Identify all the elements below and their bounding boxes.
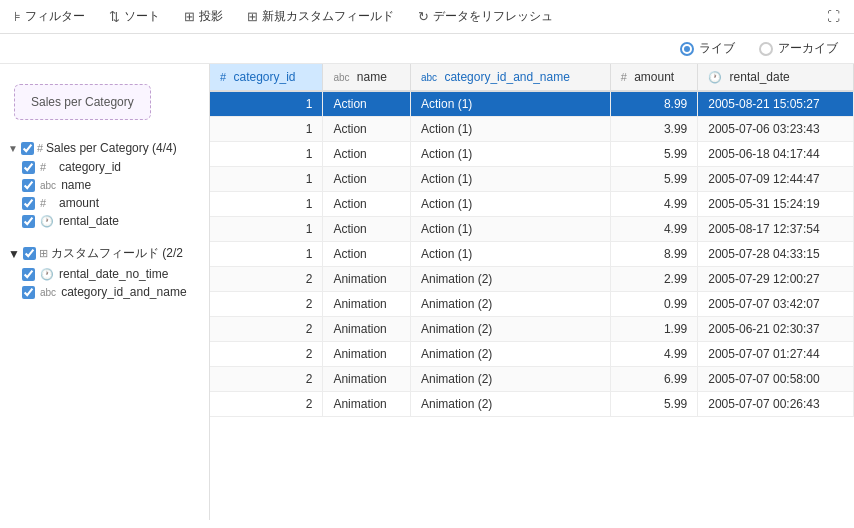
main-area: Sales per Category ▼ # Sales per Categor…: [0, 64, 854, 520]
refresh-label: データをリフレッシュ: [433, 8, 553, 25]
new-custom-field-label: 新規カスタムフィールド: [262, 8, 394, 25]
new-custom-field-button[interactable]: ⊞ 新規カスタムフィールド: [243, 6, 398, 27]
sort-button[interactable]: ⇅ ソート: [105, 6, 164, 27]
field-checkbox-name[interactable]: [22, 179, 35, 192]
table-row[interactable]: 1ActionAction (1)4.992005-05-31 15:24:19: [210, 192, 854, 217]
custom-section-label: カスタムフィールド (2/2: [51, 245, 183, 262]
card-label: Sales per Category: [31, 95, 134, 109]
field-label-name: name: [61, 178, 91, 192]
field-checkbox-category_id[interactable]: [22, 161, 35, 174]
col-header-category_id_and_name[interactable]: abc category_id_and_name: [410, 64, 610, 91]
table-row[interactable]: 2AnimationAnimation (2)2.992005-07-29 12…: [210, 267, 854, 292]
col-label-name: name: [357, 70, 387, 84]
live-label: ライブ: [699, 40, 735, 57]
field-label-amount: amount: [59, 196, 99, 210]
hash-icon: #: [220, 71, 226, 83]
clock-icon: 🕐: [40, 268, 54, 281]
projection-label: 投影: [199, 8, 223, 25]
table-row[interactable]: 1ActionAction (1)4.992005-08-17 12:37:54: [210, 217, 854, 242]
dataset-checkbox[interactable]: [21, 142, 34, 155]
field-category_id_and_name[interactable]: abc category_id_and_name: [0, 283, 209, 301]
sort-label: ソート: [124, 8, 160, 25]
field-label-category_id_and_name: category_id_and_name: [61, 285, 186, 299]
dataset-label: Sales per Category (4/4): [46, 141, 177, 155]
field-category_id[interactable]: # category_id: [0, 158, 209, 176]
data-table: # category_id abc name abc category_id_a…: [210, 64, 854, 417]
table-row[interactable]: 1ActionAction (1)3.992005-07-06 03:23:43: [210, 117, 854, 142]
field-name[interactable]: abc name: [0, 176, 209, 194]
card-box: Sales per Category: [14, 84, 151, 120]
field-amount[interactable]: # amount: [0, 194, 209, 212]
field-checkbox-amount[interactable]: [22, 197, 35, 210]
refresh-icon: ↻: [418, 9, 429, 24]
text-icon: abc: [40, 287, 56, 298]
live-radio[interactable]: ライブ: [680, 40, 735, 57]
col-label-category_id_and_name: category_id_and_name: [444, 70, 569, 84]
custom-section-header[interactable]: ▼ ⊞ カスタムフィールド (2/2: [0, 242, 209, 265]
sidebar: Sales per Category ▼ # Sales per Categor…: [0, 64, 210, 520]
text-icon: abc: [40, 180, 56, 191]
custom-fields-tree: ▼ ⊞ カスタムフィールド (2/2 🕐 rental_date_no_time…: [0, 234, 209, 305]
projection-button[interactable]: ⊞ 投影: [180, 6, 227, 27]
fullscreen-button[interactable]: ⛶: [823, 7, 844, 26]
fullscreen-icon: ⛶: [827, 9, 840, 24]
hash-icon: #: [621, 71, 627, 83]
toolbar-right: ⛶: [823, 7, 844, 26]
chevron-down-icon: ▼: [8, 247, 20, 261]
col-header-amount[interactable]: # amount: [610, 64, 698, 91]
table-row[interactable]: 2AnimationAnimation (2)5.992005-07-07 00…: [210, 392, 854, 417]
sort-icon: ⇅: [109, 9, 120, 24]
custom-fields-grid-icon: ⊞: [39, 247, 48, 260]
text-icon: abc: [421, 72, 437, 83]
table-row[interactable]: 1ActionAction (1)8.992005-07-28 04:33:15: [210, 242, 854, 267]
col-label-amount: amount: [634, 70, 674, 84]
filter-icon: ⊧: [14, 9, 21, 24]
col-header-rental_date[interactable]: 🕐 rental_date: [698, 64, 854, 91]
dataset-tree: ▼ # Sales per Category (4/4) # category_…: [0, 134, 209, 234]
field-checkbox-rental_date_no_time[interactable]: [22, 268, 35, 281]
col-label-category_id: category_id: [233, 70, 295, 84]
filter-label: フィルター: [25, 8, 85, 25]
live-archive-bar: ライブ アーカイブ: [0, 34, 854, 64]
projection-icon: ⊞: [184, 9, 195, 24]
field-label-rental_date: rental_date: [59, 214, 119, 228]
table-row[interactable]: 2AnimationAnimation (2)0.992005-07-07 03…: [210, 292, 854, 317]
table-row[interactable]: 1ActionAction (1)8.992005-08-21 15:05:27: [210, 91, 854, 117]
filter-button[interactable]: ⊧ フィルター: [10, 6, 89, 27]
card-preview: Sales per Category: [0, 74, 209, 134]
archive-radio[interactable]: アーカイブ: [759, 40, 838, 57]
text-icon: abc: [333, 72, 349, 83]
table-row[interactable]: 2AnimationAnimation (2)1.992005-06-21 02…: [210, 317, 854, 342]
dataset-header[interactable]: ▼ # Sales per Category (4/4): [0, 138, 209, 158]
col-header-name[interactable]: abc name: [323, 64, 411, 91]
clock-icon: 🕐: [40, 215, 54, 228]
table-row[interactable]: 1ActionAction (1)5.992005-06-18 04:17:44: [210, 142, 854, 167]
hash-icon: #: [40, 161, 54, 173]
data-table-area: # category_id abc name abc category_id_a…: [210, 64, 854, 520]
hash-icon: #: [40, 197, 54, 209]
chevron-down-icon: ▼: [8, 143, 18, 154]
archive-label: アーカイブ: [778, 40, 838, 57]
clock-icon: 🕐: [708, 71, 722, 83]
field-checkbox-rental_date[interactable]: [22, 215, 35, 228]
col-header-category_id[interactable]: # category_id: [210, 64, 323, 91]
table-row[interactable]: 1ActionAction (1)5.992005-07-09 12:44:47: [210, 167, 854, 192]
toolbar: ⊧ フィルター ⇅ ソート ⊞ 投影 ⊞ 新規カスタムフィールド ↻ データをリ…: [0, 0, 854, 34]
archive-radio-dot: [759, 42, 773, 56]
field-label-rental_date_no_time: rental_date_no_time: [59, 267, 168, 281]
custom-field-icon: ⊞: [247, 9, 258, 24]
refresh-button[interactable]: ↻ データをリフレッシュ: [414, 6, 557, 27]
live-radio-dot: [680, 42, 694, 56]
col-label-rental_date: rental_date: [730, 70, 790, 84]
table-row[interactable]: 2AnimationAnimation (2)6.992005-07-07 00…: [210, 367, 854, 392]
table-header-row: # category_id abc name abc category_id_a…: [210, 64, 854, 91]
custom-section-checkbox[interactable]: [23, 247, 36, 260]
table-row[interactable]: 2AnimationAnimation (2)4.992005-07-07 01…: [210, 342, 854, 367]
field-label-category_id: category_id: [59, 160, 121, 174]
field-checkbox-category_id_and_name[interactable]: [22, 286, 35, 299]
field-rental_date_no_time[interactable]: 🕐 rental_date_no_time: [0, 265, 209, 283]
field-rental_date[interactable]: 🕐 rental_date: [0, 212, 209, 230]
hash-icon: #: [37, 142, 43, 154]
